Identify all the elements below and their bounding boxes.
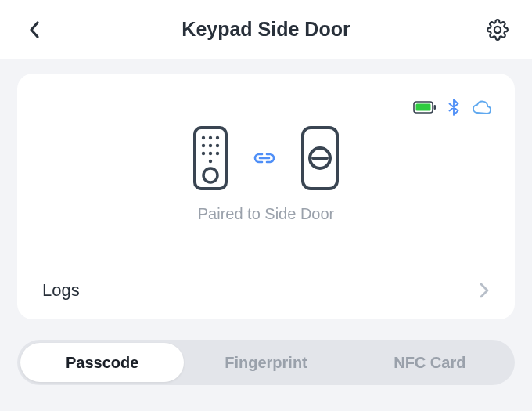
svg-point-5 bbox=[209, 136, 212, 139]
status-icons bbox=[413, 99, 493, 116]
svg-rect-1 bbox=[416, 104, 431, 111]
tab-fingerprint[interactable]: Fingerprint bbox=[184, 343, 347, 382]
device-card: Paired to Side Door Logs bbox=[17, 74, 515, 319]
svg-rect-2 bbox=[434, 105, 437, 110]
logs-label: Logs bbox=[42, 280, 80, 301]
back-button[interactable] bbox=[19, 14, 50, 45]
tab-passcode[interactable]: Passcode bbox=[20, 343, 184, 382]
svg-point-7 bbox=[202, 144, 205, 147]
battery-icon bbox=[413, 101, 437, 114]
pairing-status-label: Paired to Side Door bbox=[36, 205, 496, 245]
page-title: Keypad Side Door bbox=[182, 18, 350, 41]
link-icon bbox=[252, 150, 277, 166]
svg-point-13 bbox=[209, 160, 212, 163]
lock-device-icon bbox=[300, 125, 340, 191]
tab-nfc-card[interactable]: NFC Card bbox=[348, 343, 512, 382]
chevron-right-icon bbox=[479, 282, 490, 299]
svg-point-14 bbox=[203, 168, 217, 182]
main-content: Paired to Side Door Logs Passcode Finger… bbox=[0, 59, 532, 399]
svg-point-12 bbox=[216, 152, 219, 155]
app-header: Keypad Side Door bbox=[0, 0, 532, 59]
gear-icon bbox=[487, 19, 509, 41]
svg-point-11 bbox=[209, 152, 212, 155]
settings-button[interactable] bbox=[482, 14, 513, 45]
cloud-icon bbox=[471, 99, 493, 115]
chevron-left-icon bbox=[28, 20, 41, 39]
svg-point-4 bbox=[202, 136, 205, 139]
svg-point-10 bbox=[202, 152, 205, 155]
credential-type-tabs: Passcode Fingerprint NFC Card bbox=[17, 340, 515, 385]
keypad-device-icon bbox=[192, 125, 228, 191]
logs-row[interactable]: Logs bbox=[17, 261, 515, 319]
svg-point-9 bbox=[216, 144, 219, 147]
svg-point-8 bbox=[209, 144, 212, 147]
bluetooth-icon bbox=[448, 99, 460, 116]
svg-point-6 bbox=[216, 136, 219, 139]
device-card-body: Paired to Side Door bbox=[17, 74, 515, 261]
